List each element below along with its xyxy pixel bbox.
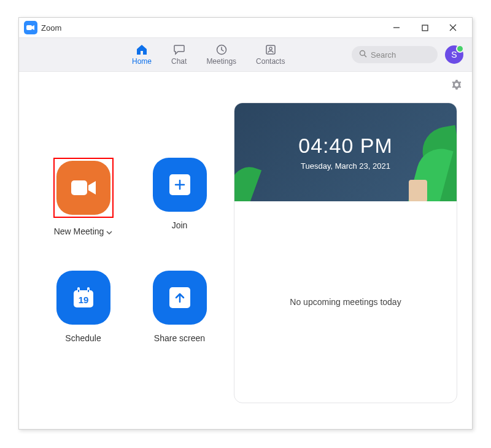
user-avatar[interactable]: S: [445, 45, 463, 64]
clock-time: 04:40 PM: [298, 134, 393, 158]
highlight-box: [53, 158, 114, 218]
contacts-icon: [265, 44, 276, 56]
arrow-up-icon: [169, 287, 190, 308]
avatar-initial: S: [451, 50, 457, 60]
action-new-meeting: New Meeting: [41, 158, 125, 236]
empty-message: No upcoming meetings today: [290, 297, 401, 307]
plus-icon: [169, 174, 190, 195]
action-join: Join: [137, 158, 222, 236]
app-icon: [24, 21, 37, 34]
svg-point-7: [269, 47, 272, 50]
tab-label: Home: [132, 57, 152, 66]
home-icon: [136, 44, 148, 56]
svg-rect-17: [88, 290, 89, 292]
search-icon: [359, 50, 367, 60]
action-share-screen: Share screen: [137, 271, 222, 343]
action-label: Join: [172, 220, 188, 230]
chevron-down-icon: [106, 226, 112, 236]
svg-point-8: [360, 51, 365, 56]
maximize-button[interactable]: [411, 18, 439, 37]
action-schedule: 19 Schedule: [41, 271, 125, 343]
meetings-card: 04:40 PM Tuesday, March 23, 2021 No upco…: [234, 102, 457, 403]
svg-rect-2: [422, 25, 428, 31]
tab-home[interactable]: Home: [132, 44, 152, 66]
join-button[interactable]: [153, 158, 207, 212]
app-title: Zoom: [41, 23, 61, 33]
new-meeting-button[interactable]: [56, 161, 110, 215]
window-controls: [382, 18, 467, 37]
video-icon: [70, 178, 97, 198]
action-grid: New Meeting Join: [19, 72, 234, 429]
chat-icon: [173, 44, 185, 56]
close-button[interactable]: [439, 18, 467, 37]
settings-button[interactable]: [451, 79, 462, 93]
action-label[interactable]: New Meeting: [54, 226, 113, 236]
content-area: New Meeting Join: [19, 72, 472, 429]
minimize-button[interactable]: [382, 18, 411, 37]
svg-rect-0: [26, 25, 32, 30]
right-panel: 04:40 PM Tuesday, March 23, 2021 No upco…: [234, 72, 472, 429]
clock-icon: [216, 44, 227, 56]
schedule-button[interactable]: 19: [56, 271, 110, 325]
action-label: Share screen: [154, 333, 205, 343]
app-window: Zoom Home Chat Meetings Contacts: [18, 17, 473, 430]
gear-icon: [451, 79, 462, 90]
tab-label: Meetings: [206, 57, 236, 66]
nav-tabs: Home Chat Meetings Contacts: [132, 44, 285, 66]
tab-meetings[interactable]: Meetings: [206, 44, 236, 66]
tab-label: Chat: [171, 57, 187, 66]
clock-card-header: 04:40 PM Tuesday, March 23, 2021: [234, 103, 457, 201]
decor-leaf: [234, 162, 261, 201]
clock-date: Tuesday, March 23, 2021: [301, 161, 390, 171]
tab-contacts[interactable]: Contacts: [256, 44, 285, 66]
svg-rect-16: [78, 290, 79, 292]
search-input[interactable]: Search: [352, 46, 438, 63]
tab-label: Contacts: [256, 57, 285, 66]
upcoming-meetings: No upcoming meetings today: [234, 201, 457, 403]
tab-chat[interactable]: Chat: [171, 44, 187, 66]
svg-rect-10: [71, 180, 87, 195]
toolbar: Home Chat Meetings Contacts Search S: [19, 37, 472, 72]
share-screen-button[interactable]: [153, 271, 207, 325]
svg-line-9: [365, 55, 367, 58]
action-label: Schedule: [65, 333, 101, 343]
title-bar: Zoom: [19, 18, 472, 37]
svg-text:19: 19: [78, 295, 88, 305]
calendar-icon: 19: [69, 283, 98, 312]
search-placeholder: Search: [371, 50, 396, 60]
decor-pot: [409, 180, 427, 201]
